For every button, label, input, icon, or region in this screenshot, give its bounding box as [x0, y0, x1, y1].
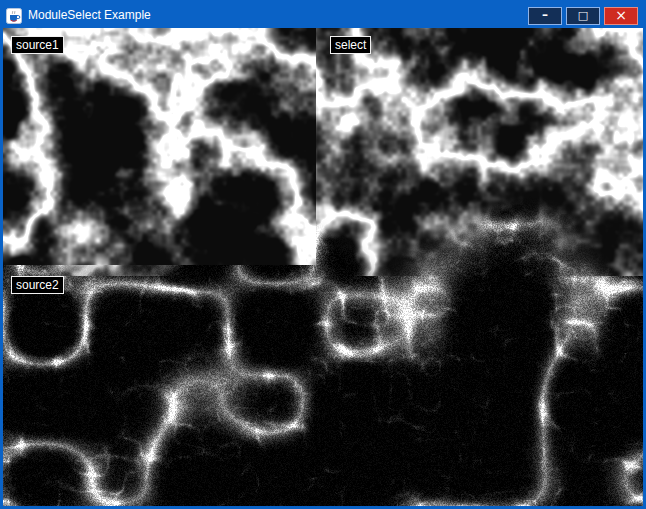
label-select: select: [330, 36, 371, 54]
window-title: ModuleSelect Example: [28, 3, 528, 28]
label-source1: source1: [11, 36, 64, 54]
title-bar[interactable]: ModuleSelect Example – □ ×: [3, 3, 643, 28]
window-controls: – □ ×: [528, 7, 643, 25]
close-button[interactable]: ×: [604, 7, 638, 25]
minimize-button[interactable]: –: [528, 7, 562, 25]
maximize-button[interactable]: □: [566, 7, 600, 25]
java-icon: [6, 8, 22, 24]
noise-canvas: [3, 28, 643, 506]
app-window: ModuleSelect Example – □ × source1 selec…: [0, 0, 646, 509]
label-source2: source2: [11, 276, 64, 294]
render-area: source1 select source2: [3, 28, 643, 506]
